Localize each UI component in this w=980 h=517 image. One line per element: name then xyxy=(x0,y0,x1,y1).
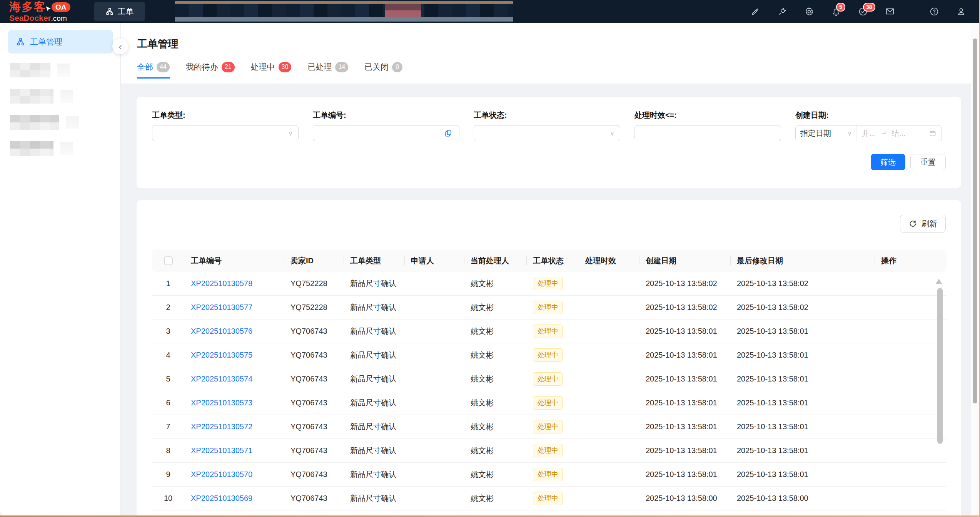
type-cell: 新品尺寸确认 xyxy=(344,320,405,343)
order-no-input[interactable] xyxy=(313,125,438,141)
action-cell xyxy=(875,487,947,510)
status-badge: 处理中 xyxy=(533,372,563,385)
order-no-link[interactable]: XP202510130572 xyxy=(191,422,252,431)
table-scrollbar-thumb[interactable] xyxy=(937,288,943,444)
action-cell xyxy=(875,391,947,415)
gear-icon[interactable] xyxy=(804,7,814,17)
date-range-picker[interactable]: 开... 结... xyxy=(856,125,942,141)
sla-cell xyxy=(579,296,639,320)
tab[interactable]: 处理中 30 xyxy=(251,62,292,79)
mail-icon[interactable] xyxy=(885,7,895,17)
sitemap-icon xyxy=(105,7,114,16)
empty-cell xyxy=(817,296,875,320)
table-row: 10 XP202510130569 YQ706743 新品尺寸确认 姚文彬 处理… xyxy=(152,487,947,510)
sla-cell xyxy=(579,343,639,367)
filter-reset-button[interactable]: 重置 xyxy=(910,154,946,170)
col-order-no: 工单编号 xyxy=(185,249,284,272)
row-index: 10 xyxy=(152,487,185,510)
page-scrollbar-track[interactable] xyxy=(971,23,979,515)
tab-count-badge: 30 xyxy=(279,62,292,72)
page-scrollbar-thumb[interactable] xyxy=(973,38,977,403)
status-tabs: 全部 44 我的待办 21 处理中 30 已处理 14 xyxy=(137,62,980,79)
table-row: 3 XP202510130576 YQ706743 新品尺寸确认 姚文彬 处理中… xyxy=(152,320,947,343)
order-no-link[interactable]: XP202510130571 xyxy=(191,446,252,455)
seller-id-cell: YQ752228 xyxy=(284,272,344,296)
type-cell: 新品尺寸确认 xyxy=(344,367,405,391)
status-select[interactable]: ∨ xyxy=(474,125,620,141)
user-icon[interactable] xyxy=(956,7,966,17)
sidebar-item-redacted[interactable] xyxy=(10,63,120,77)
sidebar-item-workorder-management[interactable]: 工单管理 xyxy=(8,30,113,54)
applicant-cell xyxy=(405,320,464,343)
bell-icon[interactable]: 5 xyxy=(831,7,841,17)
order-no-link[interactable]: XP202510130574 xyxy=(191,375,252,383)
handler-cell: 姚文彬 xyxy=(464,343,527,367)
order-no-link[interactable]: XP202510130569 xyxy=(191,494,252,502)
handler-cell: 姚文彬 xyxy=(464,439,527,463)
empty-cell xyxy=(817,463,875,487)
paste-button[interactable] xyxy=(438,125,459,141)
empty-cell xyxy=(817,439,875,463)
status-badge: 处理中 xyxy=(533,444,563,457)
sidebar-collapse-button[interactable]: ‹ xyxy=(112,38,128,54)
order-no-link[interactable]: XP202510130570 xyxy=(191,470,252,479)
task-check-icon[interactable]: 38 xyxy=(858,7,868,17)
filter-field-type: 工单类型: ∨ xyxy=(152,110,299,141)
row-index: 5 xyxy=(152,367,185,391)
tab[interactable]: 已关闭 0 xyxy=(364,62,402,79)
help-icon[interactable] xyxy=(929,7,939,17)
action-cell xyxy=(875,320,947,343)
seller-id-cell: YQ706743 xyxy=(284,463,344,487)
modified-cell: 2025-10-13 13:58:01 xyxy=(731,415,817,439)
applicant-cell xyxy=(405,272,464,296)
empty-cell xyxy=(817,367,875,391)
date-mode-select[interactable]: 指定日期 ∨ xyxy=(796,125,856,141)
sla-cell xyxy=(579,391,639,415)
brand-logo[interactable]: 海多客 OA SeaDocker.com xyxy=(9,1,70,22)
filter-submit-button[interactable]: 筛选 xyxy=(871,154,905,170)
sidebar-item-redacted[interactable] xyxy=(10,115,120,130)
app-window: 海多客 OA SeaDocker.com 工单 xyxy=(0,0,980,517)
refresh-button[interactable]: 刷新 xyxy=(900,215,946,233)
table-row: 9 XP202510130570 YQ706743 新品尺寸确认 姚文彬 处理中… xyxy=(152,463,947,487)
handler-cell: 姚文彬 xyxy=(464,391,527,415)
col-action: 操作 xyxy=(875,249,947,272)
table-scroll-up-arrow[interactable] xyxy=(936,279,942,284)
order-no-input-group xyxy=(313,125,459,141)
plug-icon[interactable] xyxy=(777,7,787,17)
calendar-icon xyxy=(929,129,937,137)
order-no-link[interactable]: XP202510130578 xyxy=(191,279,252,288)
seller-id-cell: YQ706743 xyxy=(284,320,344,343)
order-no-link[interactable]: XP202510130577 xyxy=(191,303,252,311)
applicant-cell xyxy=(405,439,464,463)
order-no-link[interactable]: XP202510130575 xyxy=(191,351,252,359)
sidebar-item-redacted[interactable] xyxy=(10,141,120,156)
sitemap-icon xyxy=(16,37,25,46)
seller-id-cell: YQ706743 xyxy=(284,415,344,439)
pen-icon[interactable] xyxy=(750,7,760,17)
order-no-link[interactable]: XP202510130576 xyxy=(191,327,252,335)
applicant-cell xyxy=(405,463,464,487)
page-header: 工单管理 全部 44 我的待办 21 处理中 30 已处理 xyxy=(121,23,980,84)
select-all-checkbox[interactable] xyxy=(164,256,173,265)
type-select[interactable]: ∨ xyxy=(152,125,299,141)
col-created: 创建日期 xyxy=(639,249,731,272)
action-cell xyxy=(875,415,947,439)
type-cell: 新品尺寸确认 xyxy=(344,343,405,367)
filter-label-type: 工单类型: xyxy=(152,110,299,120)
sla-input[interactable] xyxy=(635,125,781,141)
action-cell xyxy=(875,296,947,320)
chevron-down-icon: ∨ xyxy=(847,130,852,137)
module-tab-workorder[interactable]: 工单 xyxy=(94,2,145,21)
sidebar: 工单管理 xyxy=(0,23,120,515)
brand-domain: .com xyxy=(51,14,67,22)
order-no-link[interactable]: XP202510130573 xyxy=(191,398,252,407)
table-body: 1 XP202510130578 YQ752228 新品尺寸确认 姚文彬 处理中… xyxy=(152,272,947,517)
tab[interactable]: 我的待办 21 xyxy=(186,62,235,79)
sidebar-item-redacted[interactable] xyxy=(10,89,120,104)
tab[interactable]: 已处理 14 xyxy=(307,62,348,79)
tab[interactable]: 全部 44 xyxy=(137,62,170,79)
bell-count-badge: 5 xyxy=(836,3,845,12)
created-cell: 2025-10-13 13:58:01 xyxy=(639,463,731,487)
table-row: 1 XP202510130578 YQ752228 新品尺寸确认 姚文彬 处理中… xyxy=(152,272,947,296)
